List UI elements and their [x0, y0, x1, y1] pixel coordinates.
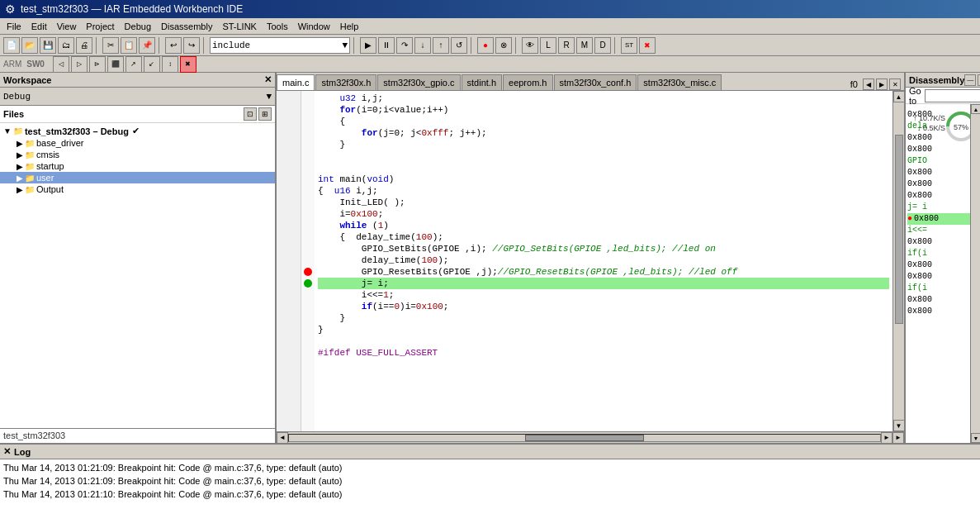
menu-view[interactable]: View — [52, 20, 82, 33]
code-line: } — [318, 312, 889, 324]
dis-line: GPIO — [907, 155, 978, 167]
tab-eeprom-h[interactable]: eeprom.h — [503, 74, 552, 90]
menu-tools[interactable]: Tools — [262, 20, 293, 33]
tab-stm32f30x-h[interactable]: stm32f30x.h — [315, 74, 376, 90]
scroll-down-btn[interactable]: ▼ — [893, 420, 905, 431]
menu-project[interactable]: Project — [81, 20, 119, 33]
sw0-label: SW0 — [26, 59, 45, 69]
undo-btn[interactable]: ↩ — [165, 37, 182, 54]
scroll-track-h[interactable] — [288, 434, 881, 442]
tab-prev-btn[interactable]: ◀ — [863, 78, 874, 90]
scroll-thumb[interactable] — [895, 135, 903, 324]
scroll-right-btn2[interactable]: ► — [892, 432, 904, 444]
code-line: int main(void) — [318, 174, 889, 185]
code-line: GPIO_SetBits(GPIOE ,i); //GPIO_SetBits(G… — [318, 243, 889, 254]
menu-file[interactable]: File — [2, 20, 26, 33]
scroll-right-btn1[interactable]: ► — [881, 432, 892, 444]
save-btn[interactable]: 💾 — [40, 37, 56, 54]
tree-startup[interactable]: ▶ 📁 startup — [0, 160, 275, 172]
tree-project-root[interactable]: ▼ 📁 test_stm32f303 – Debug ✔ — [0, 125, 275, 137]
tree-base-driver[interactable]: ▶ 📁 base_driver — [0, 137, 275, 149]
horizontal-scrollbar: ◄ ► ► — [277, 431, 904, 443]
arm-btn1[interactable]: ◁ — [53, 56, 69, 73]
menu-disassembly[interactable]: Disassembly — [156, 20, 217, 33]
debug-select[interactable]: Debug ▼ — [0, 88, 275, 106]
menu-debug[interactable]: Debug — [120, 20, 156, 33]
disasm-btn[interactable]: D — [594, 37, 611, 54]
debug-go-btn[interactable]: ▶ — [360, 37, 376, 54]
tree-user[interactable]: ▶ 📁 user — [0, 172, 275, 183]
tab-stm32f30x-misc-c[interactable]: stm32f30x_misc.c — [637, 74, 722, 90]
menu-stlink[interactable]: ST-LINK — [217, 20, 262, 33]
locals-btn[interactable]: L — [540, 37, 556, 54]
step-out-btn[interactable]: ↑ — [433, 37, 449, 54]
dis-line: 0x800 — [907, 144, 978, 155]
tab-stm32f30x-conf-h[interactable]: stm32f30x_conf.h — [554, 74, 637, 90]
files-btn2[interactable]: ⊞ — [258, 107, 272, 121]
print-btn[interactable]: 🖨 — [76, 37, 92, 54]
new-file-btn[interactable]: 📄 — [3, 37, 20, 54]
watch-btn[interactable]: 👁 — [522, 37, 538, 54]
code-editor[interactable]: u32 i,j; for(i=0;i<value;i++) { for(j=0;… — [315, 91, 892, 431]
memory-btn[interactable]: M — [576, 37, 593, 54]
tab-close-btn[interactable]: ✕ — [889, 78, 901, 90]
redo-btn[interactable]: ↪ — [183, 37, 200, 54]
paste-btn[interactable]: 📌 — [139, 37, 155, 54]
reset-btn[interactable]: ↺ — [451, 37, 467, 54]
code-line — [318, 335, 889, 347]
arm-btn7[interactable]: ↕ — [162, 56, 178, 73]
dis-scroll-up[interactable]: ▲ — [971, 104, 980, 114]
close-icon-log[interactable]: ✕ — [3, 446, 11, 457]
menu-window[interactable]: Window — [293, 20, 335, 33]
menu-help[interactable]: Help — [335, 20, 364, 33]
tab-stdint-h[interactable]: stdint.h — [462, 74, 502, 90]
dis-scroll-down[interactable]: ▼ — [971, 433, 980, 443]
arm-btn6[interactable]: ↙ — [144, 56, 160, 73]
tree-output[interactable]: ▶ 📁 Output — [0, 183, 275, 195]
dis-bp-marker: ● — [907, 213, 912, 225]
open-btn[interactable]: 📂 — [21, 37, 38, 54]
scroll-up-btn[interactable]: ▲ — [893, 91, 905, 102]
bp-clear-btn[interactable]: ⊗ — [495, 37, 512, 54]
code-line: #ifdef USE_FULL_ASSERT — [318, 347, 889, 359]
stlink-disconnect-btn[interactable]: ✖ — [639, 37, 656, 54]
stlink-connect-btn[interactable]: ST — [621, 37, 637, 54]
dis-scrollbar[interactable]: ▲ ▼ — [970, 104, 980, 443]
scroll-thumb-h[interactable] — [525, 435, 643, 441]
registers-btn[interactable]: R — [558, 37, 575, 54]
cut-btn[interactable]: ✂ — [102, 37, 119, 54]
arm-btn5[interactable]: ↗ — [125, 56, 142, 73]
center-layout: Workspace ✕ Debug ▼ Files ⊡ ⊞ ▼ 📁 test_ — [0, 73, 980, 443]
goto-label: Go to — [909, 86, 921, 106]
workspace-header: Workspace ✕ — [0, 73, 275, 88]
workspace-close-btn[interactable]: ✕ — [264, 74, 272, 85]
tree-cmsis[interactable]: ▶ 📁 cmsis — [0, 149, 275, 160]
main-toolbar: 📄 📂 💾 🗂 🖨 ✂ 📋 📌 ↩ ↪ include ▼ ▶ ⏸ ↷ ↓ ↑ … — [0, 35, 980, 56]
vertical-scrollbar[interactable]: ▲ ▼ — [892, 91, 904, 431]
tab-stm32f30x-gpio-c[interactable]: stm32f30x_gpio.c — [377, 74, 460, 90]
dis-line: j= i — [907, 202, 978, 213]
copy-btn[interactable]: 📋 — [121, 37, 137, 54]
tab-main-c[interactable]: main.c — [277, 74, 315, 91]
include-dropdown[interactable]: include ▼ — [210, 37, 350, 54]
bp-toggle-btn[interactable]: ● — [477, 37, 494, 54]
step-over-btn[interactable]: ↷ — [396, 37, 413, 54]
log-panel: ✕ Log Thu Mar 14, 2013 01:21:09: Breakpo… — [0, 443, 980, 509]
dropdown-arrow: ▼ — [342, 40, 348, 50]
arm-btn2[interactable]: ▷ — [71, 56, 88, 73]
menu-edit[interactable]: Edit — [26, 20, 52, 33]
goto-input[interactable] — [925, 89, 980, 102]
step-into-btn[interactable]: ↓ — [414, 37, 431, 54]
scroll-left-btn[interactable]: ◄ — [277, 432, 288, 444]
arm-label: ARM — [3, 59, 21, 69]
arm-btn-x[interactable]: ✖ — [180, 56, 196, 73]
tab-next-btn[interactable]: ▶ — [876, 78, 888, 90]
files-btn1[interactable]: ⊡ — [244, 107, 257, 121]
debug-stop-btn[interactable]: ⏸ — [378, 37, 395, 54]
log-entry: Thu Mar 14, 2013 01:21:09: Breakpoint hi… — [3, 461, 977, 474]
dis-minimize-btn[interactable]: — — [964, 74, 976, 86]
arm-toolbar: ARM SW0 ◁ ▷ ⊳ ⬛ ↗ ↙ ↕ ✖ — [0, 56, 980, 73]
save-all-btn[interactable]: 🗂 — [58, 37, 74, 54]
arm-btn4[interactable]: ⬛ — [107, 56, 124, 73]
arm-btn3[interactable]: ⊳ — [89, 56, 106, 73]
